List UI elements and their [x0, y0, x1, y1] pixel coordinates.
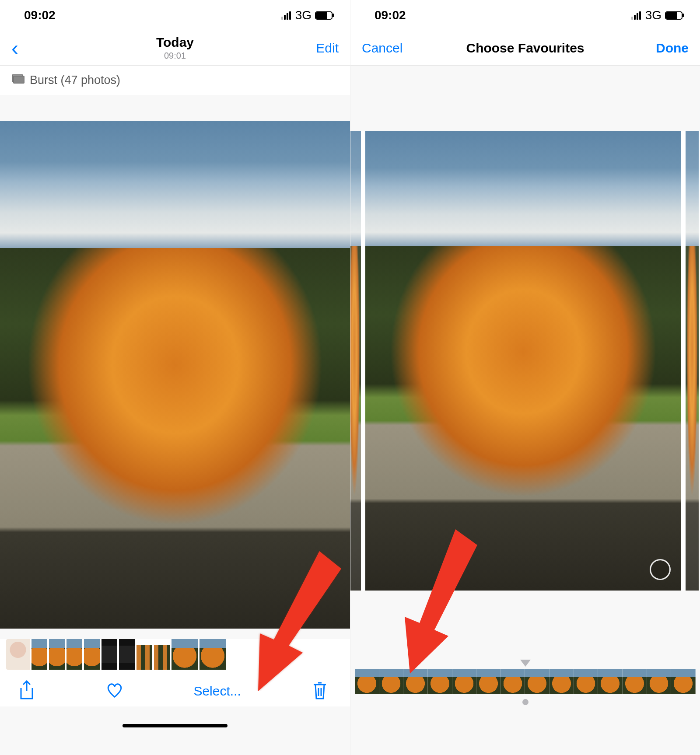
scrubber-frame[interactable]: [598, 669, 623, 694]
photo-next-sliver[interactable]: [686, 131, 699, 591]
scrubber-frame[interactable]: [355, 669, 379, 694]
scrubber-frame[interactable]: [379, 669, 404, 694]
thumbnail[interactable]: [49, 639, 65, 670]
delete-button[interactable]: [311, 680, 329, 702]
burst-label: Burst (47 photos): [30, 73, 120, 87]
done-button[interactable]: Done: [656, 41, 689, 56]
thumbnail[interactable]: [32, 639, 47, 670]
choose-favourites-view: 09:02 3G Cancel Choose Favourites Done: [350, 0, 700, 755]
scrubber-frame[interactable]: [501, 669, 525, 694]
thumbnail[interactable]: [66, 639, 82, 670]
nav-title: Today 09:01: [90, 35, 260, 61]
nav-title-sub: 09:01: [90, 51, 260, 61]
scrubber-frame[interactable]: [550, 669, 574, 694]
nav-bar: Cancel Choose Favourites Done: [350, 31, 700, 66]
battery-icon: [315, 11, 332, 20]
thumbnail[interactable]: [136, 639, 152, 670]
burst-stack-icon: [13, 76, 24, 85]
status-time: 09:02: [374, 8, 406, 22]
nav-title-main: Today: [90, 35, 260, 50]
thumbnail[interactable]: [6, 639, 30, 670]
status-right: 3G: [281, 8, 332, 22]
favorite-button[interactable]: [105, 680, 124, 702]
thumbnail[interactable]: [200, 639, 226, 670]
scrubber-frame[interactable]: [525, 669, 550, 694]
bottom-toolbar: Select...: [0, 670, 350, 706]
favourite-photo[interactable]: [365, 131, 681, 591]
main-photo-area: [0, 121, 350, 629]
scrubber-frame[interactable]: [476, 669, 501, 694]
cancel-button[interactable]: Cancel: [362, 41, 402, 56]
nav-title: Choose Favourites: [441, 41, 610, 56]
scrubber[interactable]: [350, 669, 700, 694]
nav-bar: ‹ Today 09:01 Edit: [0, 31, 350, 66]
signal-icon: [631, 11, 641, 20]
thumbnail[interactable]: [102, 639, 117, 670]
burst-photo-view: 09:02 3G ‹ Today 09:01 Edit Burst (47 ph…: [0, 0, 350, 755]
scrubber-frame[interactable]: [671, 669, 696, 694]
scrubber-frame[interactable]: [647, 669, 672, 694]
network-label: 3G: [645, 8, 662, 22]
favourites-photo-area[interactable]: [350, 131, 700, 591]
thumbnail-strip[interactable]: [0, 639, 350, 670]
scrubber-frame[interactable]: [574, 669, 598, 694]
scrubber-frame[interactable]: [452, 669, 477, 694]
status-right: 3G: [631, 8, 682, 22]
burst-photo[interactable]: [0, 121, 350, 629]
status-time: 09:02: [24, 8, 56, 22]
battery-icon: [665, 11, 682, 20]
edit-button[interactable]: Edit: [316, 41, 339, 56]
photo-prev-sliver[interactable]: [350, 131, 361, 591]
scrubber-frame[interactable]: [623, 669, 647, 694]
thumbnail[interactable]: [172, 639, 198, 670]
thumbnail[interactable]: [154, 639, 170, 670]
select-button[interactable]: Select...: [193, 684, 241, 699]
burst-label-row: Burst (47 photos): [0, 66, 350, 95]
scrubber-dot-icon: [522, 699, 528, 705]
thumbnail[interactable]: [84, 639, 100, 670]
home-indicator[interactable]: [122, 724, 228, 727]
signal-icon: [281, 11, 291, 20]
scrubber-frame[interactable]: [428, 669, 452, 694]
scrubber-frame[interactable]: [403, 669, 428, 694]
back-button[interactable]: ‹: [11, 38, 18, 59]
selection-circle[interactable]: [650, 559, 671, 580]
share-button[interactable]: [18, 680, 36, 702]
status-bar: 09:02 3G: [0, 0, 350, 31]
thumbnail[interactable]: [119, 639, 135, 670]
scrubber-marker-icon: [520, 660, 531, 667]
network-label: 3G: [295, 8, 312, 22]
status-bar: 09:02 3G: [350, 0, 700, 31]
